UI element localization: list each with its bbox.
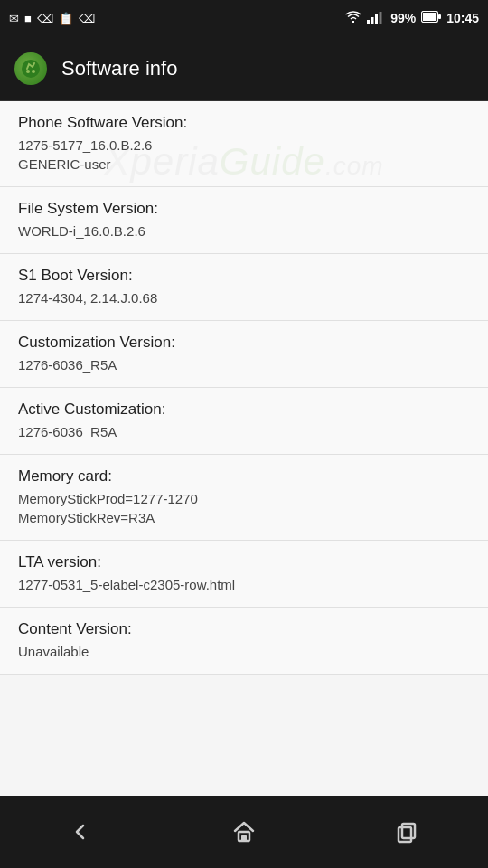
status-icons-right: 99% 10:45	[345, 11, 479, 26]
svg-rect-6	[438, 14, 441, 19]
title-bar: Software info	[0, 36, 488, 101]
notification-icon-2: ■	[24, 12, 32, 25]
battery-percentage: 99%	[390, 11, 416, 25]
notification-icon-4: 📋	[59, 12, 73, 25]
info-row: Active Customization:1276-6036_R5A	[0, 388, 488, 455]
info-row: Phone Software Version:1275-5177_16.0.B.…	[0, 101, 488, 187]
info-value-2: 1274-4304, 2.14.J.0.68	[18, 288, 470, 307]
svg-rect-13	[402, 824, 415, 838]
info-value-1: WORLD-i_16.0.B.2.6	[18, 222, 470, 241]
battery-icon	[421, 11, 441, 25]
signal-icon	[367, 11, 385, 26]
info-label-2: S1 Boot Version:	[18, 267, 470, 285]
info-value-6: 1277-0531_5-elabel-c2305-row.html	[18, 575, 470, 594]
notification-icon-3: ⌫	[37, 12, 53, 25]
svg-rect-11	[241, 835, 247, 841]
wifi-icon	[345, 11, 361, 26]
svg-rect-1	[371, 17, 374, 24]
info-row: Customization Version:1276-6036_R5A	[0, 321, 488, 388]
info-row: Memory card:MemoryStickProd=1277-1270 Me…	[0, 455, 488, 541]
recents-button[interactable]	[371, 805, 443, 859]
svg-rect-2	[375, 14, 378, 24]
status-bar: ✉ ■ ⌫ 📋 ⌫ 99%	[0, 0, 488, 36]
info-label-7: Content Version:	[18, 620, 470, 638]
notification-icon-1: ✉	[9, 12, 19, 25]
info-value-7: Unavailable	[18, 642, 470, 661]
info-label-1: File System Version:	[18, 200, 470, 218]
page-title: Software info	[61, 57, 177, 80]
info-value-3: 1276-6036_R5A	[18, 355, 470, 374]
info-label-5: Memory card:	[18, 467, 470, 486]
info-label-0: Phone Software Version:	[18, 114, 470, 132]
nav-bar	[0, 796, 488, 868]
info-label-6: LTA version:	[18, 553, 470, 571]
content-area: Phone Software Version:1275-5177_16.0.B.…	[0, 101, 488, 832]
info-value-4: 1276-6036_R5A	[18, 422, 470, 441]
svg-point-8	[26, 70, 30, 73]
svg-point-7	[22, 60, 40, 78]
svg-rect-3	[380, 12, 382, 24]
svg-rect-0	[367, 20, 370, 24]
svg-rect-5	[423, 13, 436, 21]
home-button[interactable]	[208, 805, 280, 859]
svg-point-9	[32, 70, 35, 73]
info-label-3: Customization Version:	[18, 334, 470, 352]
info-row: Content Version:Unavailable	[0, 608, 488, 675]
status-icons-left: ✉ ■ ⌫ 📋 ⌫	[9, 12, 95, 25]
notification-icon-5: ⌫	[79, 12, 95, 25]
info-label-4: Active Customization:	[18, 401, 470, 419]
info-row: LTA version:1277-0531_5-elabel-c2305-row…	[0, 541, 488, 608]
back-button[interactable]	[45, 805, 117, 859]
info-row: File System Version:WORLD-i_16.0.B.2.6	[0, 187, 488, 254]
info-value-5: MemoryStickProd=1277-1270 MemoryStickRev…	[18, 489, 470, 527]
info-row: S1 Boot Version:1274-4304, 2.14.J.0.68	[0, 254, 488, 321]
app-icon	[14, 52, 47, 85]
svg-rect-12	[399, 827, 411, 842]
clock: 10:45	[446, 11, 479, 25]
info-value-0: 1275-5177_16.0.B.2.6 GENERIC-user	[18, 136, 470, 174]
